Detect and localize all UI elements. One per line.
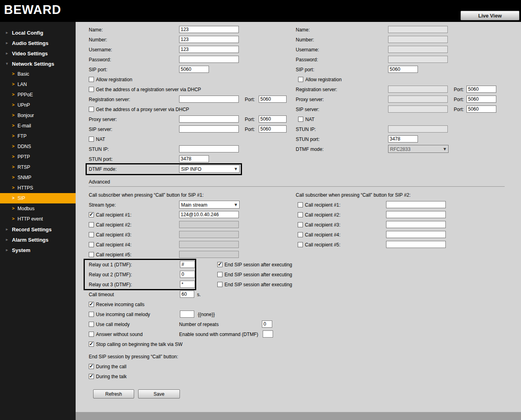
- sip2-name-input[interactable]: [388, 26, 448, 33]
- call-recipient-checkbox[interactable]: [298, 242, 303, 247]
- refresh-button[interactable]: Refresh: [93, 389, 134, 399]
- sip2-registration-server-input[interactable]: [388, 86, 448, 93]
- end-sip-session-checkbox[interactable]: [217, 272, 222, 277]
- call-recipient-input[interactable]: [386, 201, 446, 208]
- sidebar-item-audio-settings[interactable]: ►Audio Settings: [0, 38, 76, 48]
- call-recipient-checkbox[interactable]: [298, 232, 303, 237]
- call-recipient-checkbox[interactable]: [89, 252, 94, 257]
- end-sip-session-checkbox[interactable]: [217, 282, 222, 287]
- sidebar-item-network-settings[interactable]: ▼Network Settings: [0, 59, 76, 69]
- call-recipient-checkbox[interactable]: [298, 202, 303, 207]
- sidebar-item-local-config[interactable]: ►Local Config: [0, 27, 76, 38]
- sip1-proxy-port-input[interactable]: [259, 115, 287, 123]
- sidebar-item-basic[interactable]: >Basic: [0, 69, 76, 79]
- call-recipient-input[interactable]: [179, 211, 239, 218]
- sip1-nat-checkbox[interactable]: [89, 137, 94, 142]
- sidebar-item-video-settings[interactable]: ►Video Settings: [0, 48, 76, 59]
- sip-port-label: SIP port:: [89, 67, 107, 72]
- call-recipient-checkbox[interactable]: [298, 212, 303, 217]
- sip2-sip-server-input[interactable]: [388, 105, 448, 113]
- live-view-button[interactable]: Live View: [461, 11, 519, 20]
- sip2-dtmf-mode-select[interactable]: RFC2833 ▼: [388, 145, 449, 153]
- sip2-stun-port-input[interactable]: [388, 135, 418, 143]
- use-incoming-call-melody-checkbox[interactable]: [89, 312, 94, 317]
- stop-calling-checkbox[interactable]: [89, 342, 94, 347]
- call-recipient-checkbox[interactable]: [89, 222, 94, 227]
- call-recipient-input[interactable]: [386, 231, 446, 238]
- call-recipient-checkbox[interactable]: [89, 212, 94, 217]
- sidebar-item-snmp[interactable]: >SNMP: [0, 172, 76, 183]
- sip1-port-input[interactable]: [179, 66, 209, 73]
- sidebar-item-system[interactable]: ►System: [0, 245, 76, 255]
- sip1-username-input[interactable]: [179, 46, 239, 53]
- sidebar-item-alarm-settings[interactable]: ►Alarm Settings: [0, 234, 76, 245]
- sip1-allow-registration-checkbox[interactable]: [89, 77, 94, 82]
- sip2-password-input[interactable]: [388, 56, 448, 63]
- sip1-dtmf-mode-select[interactable]: SIP INFO ▼: [179, 165, 240, 173]
- stream-type-select[interactable]: Main stream ▼: [179, 201, 240, 209]
- sip2-sip-server-port-input[interactable]: [466, 105, 496, 113]
- call-timeout-input[interactable]: [180, 291, 194, 298]
- sip1-sip-server-port-input[interactable]: [259, 125, 287, 133]
- sip1-registration-port-input[interactable]: [259, 96, 287, 103]
- call-recipient-checkbox[interactable]: [298, 222, 303, 227]
- call-recipient-input[interactable]: [179, 241, 239, 248]
- call-recipient-input[interactable]: [386, 221, 446, 228]
- save-button[interactable]: Save: [138, 389, 180, 399]
- sip2-username-input[interactable]: [388, 46, 448, 53]
- sidebar-item-https[interactable]: >HTTPS: [0, 183, 76, 193]
- sidebar-item-ftp[interactable]: >FTP: [0, 131, 76, 141]
- relay-dtmf-input[interactable]: [180, 281, 195, 288]
- sip1-stun-ip-input[interactable]: [179, 145, 239, 152]
- call-recipient-input[interactable]: [386, 241, 446, 248]
- sip2-allow-registration-checkbox[interactable]: [298, 77, 303, 82]
- port-label: Port:: [454, 107, 464, 112]
- call-recipient-input[interactable]: [179, 251, 239, 258]
- enable-sound-label: Enable sound with command (DTMF): [179, 332, 258, 337]
- sip1-stun-port-input[interactable]: [179, 155, 209, 162]
- during-the-call-checkbox[interactable]: [89, 364, 94, 369]
- call-recipient-input[interactable]: [179, 231, 239, 238]
- call-recipient-input[interactable]: [386, 211, 446, 218]
- sip2-port-input[interactable]: [388, 66, 418, 73]
- receive-incoming-calls-checkbox[interactable]: [89, 302, 94, 307]
- sidebar-item-http-event[interactable]: >HTTP event: [0, 214, 76, 224]
- incoming-melody-input[interactable]: [180, 311, 194, 318]
- sip2-stun-ip-input[interactable]: [388, 125, 448, 133]
- sidebar-item-rtsp[interactable]: >RTSP: [0, 162, 76, 172]
- sidebar-item-ddns[interactable]: >DDNS: [0, 141, 76, 152]
- end-sip-session-checkbox[interactable]: [217, 262, 222, 267]
- relay-dtmf-input[interactable]: [180, 261, 195, 268]
- sip1-proxy-dhcp-checkbox[interactable]: [89, 107, 94, 112]
- sidebar-item-e-mail[interactable]: >E-mail: [0, 121, 76, 131]
- sidebar-item-pptp[interactable]: >PPTP: [0, 152, 76, 162]
- sip2-proxy-server-input[interactable]: [388, 96, 448, 103]
- use-call-melody-checkbox[interactable]: [89, 322, 94, 327]
- enable-sound-input[interactable]: [263, 330, 273, 338]
- sip1-password-input[interactable]: [179, 56, 239, 63]
- during-the-talk-checkbox[interactable]: [89, 374, 94, 379]
- sip1-sip-server-input[interactable]: [179, 125, 239, 133]
- sip2-registration-port-input[interactable]: [466, 86, 496, 93]
- call-recipient-input[interactable]: [179, 221, 239, 228]
- number-of-repeats-input[interactable]: [262, 320, 272, 328]
- sip1-proxy-server-input[interactable]: [179, 115, 239, 123]
- sip2-proxy-port-input[interactable]: [466, 96, 496, 103]
- sidebar-item-sip[interactable]: >SIP: [0, 193, 76, 203]
- sip2-nat-checkbox[interactable]: [298, 117, 303, 122]
- sip1-number-input[interactable]: [179, 36, 239, 43]
- answer-without-sound-checkbox[interactable]: [89, 332, 94, 337]
- sidebar-item-modbus[interactable]: >Modbus: [0, 203, 76, 214]
- sidebar-item-bonjour[interactable]: >Bonjour: [0, 110, 76, 121]
- call-recipient-checkbox[interactable]: [89, 232, 94, 237]
- call-recipient-checkbox[interactable]: [89, 242, 94, 247]
- sip2-number-input[interactable]: [388, 36, 448, 43]
- sip1-name-input[interactable]: [179, 26, 239, 33]
- sidebar-item-pppoe[interactable]: >PPPoE: [0, 90, 76, 100]
- sidebar-item-record-settings[interactable]: ►Record Settings: [0, 224, 76, 234]
- sip1-registration-dhcp-checkbox[interactable]: [89, 87, 94, 92]
- sip1-registration-server-input[interactable]: [179, 96, 239, 103]
- relay-dtmf-input[interactable]: [180, 271, 195, 278]
- sidebar-item-upnp[interactable]: >UPnP: [0, 100, 76, 110]
- sidebar-item-lan[interactable]: >LAN: [0, 79, 76, 90]
